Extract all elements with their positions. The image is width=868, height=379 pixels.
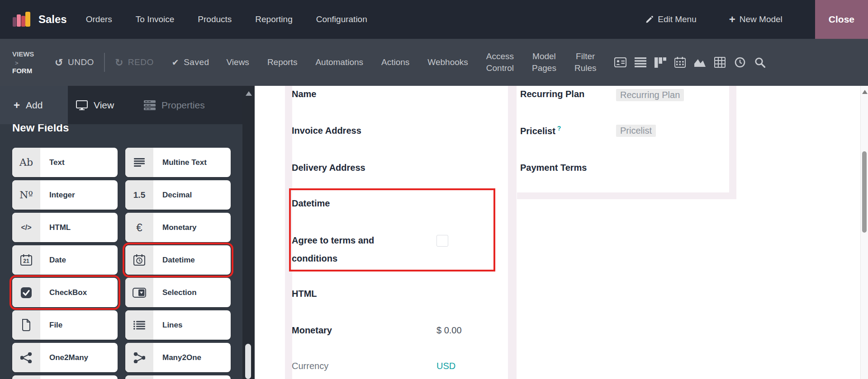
text-icon: Ab <box>12 148 40 177</box>
form-view-icon[interactable] <box>614 56 626 69</box>
tab-add[interactable]: + Add <box>0 86 68 124</box>
redo-button[interactable]: ↻ REDO <box>115 57 154 68</box>
app-name[interactable]: Sales <box>38 13 67 26</box>
field-row-html[interactable]: HTML <box>292 289 436 299</box>
field-tile-many2one[interactable]: Many2One <box>125 343 231 372</box>
tab-automations[interactable]: Automations <box>315 57 363 67</box>
tab-view-label: View <box>94 100 114 111</box>
scroll-up-arrow-icon[interactable] <box>246 91 252 96</box>
top-navigation: Orders To Invoice Products Reporting Con… <box>86 14 367 24</box>
saved-label: Saved <box>184 57 209 67</box>
search-view-icon[interactable] <box>754 56 766 69</box>
field-row-agree-terms[interactable]: Agree to terms and conditions <box>292 231 448 267</box>
tab-webhooks[interactable]: Webhooks <box>427 57 468 67</box>
help-tooltip-icon[interactable]: ? <box>557 125 561 132</box>
field-tile-one2many[interactable]: One2Many <box>12 343 118 372</box>
nav-products[interactable]: Products <box>198 14 232 24</box>
nav-to-invoice[interactable]: To Invoice <box>136 14 175 24</box>
tab-view[interactable]: View <box>76 86 114 124</box>
view-type-switcher <box>614 56 766 69</box>
plus-icon: + <box>14 99 20 112</box>
field-tile-datetime[interactable]: Datetime <box>125 245 231 275</box>
nav-configuration[interactable]: Configuration <box>316 14 367 24</box>
field-tile-integer[interactable]: Nº Integer <box>12 180 118 210</box>
field-row-invoice-address[interactable]: Invoice Address <box>292 126 436 136</box>
tab-actions[interactable]: Actions <box>381 57 409 67</box>
field-row-currency[interactable]: Currency USD <box>292 361 455 371</box>
field-tile-checkbox[interactable]: CheckBox <box>12 278 118 307</box>
monetary-value: $ 0.00 <box>436 325 462 336</box>
plus-icon: + <box>729 13 735 26</box>
agree-terms-checkbox[interactable] <box>436 235 448 247</box>
nav-reporting[interactable]: Reporting <box>255 14 292 24</box>
field-row-name[interactable]: Name <box>292 89 436 99</box>
breadcrumb-views[interactable]: VIEWS <box>12 50 34 58</box>
pivot-view-icon[interactable] <box>714 56 726 69</box>
canvas-scroll-thumb[interactable] <box>862 151 867 233</box>
datetime-icon <box>125 245 153 275</box>
field-tile-partial[interactable] <box>125 375 231 379</box>
column-divider <box>508 86 517 379</box>
many2one-icon <box>125 343 153 372</box>
integer-icon: Nº <box>12 180 40 210</box>
new-fields-panel: New Fields Ab Text Multine Text Nº Integ… <box>0 124 245 379</box>
canvas-scrollbar[interactable] <box>860 86 868 379</box>
tab-reports[interactable]: Reports <box>267 57 298 67</box>
field-row-monetary[interactable]: Monetary $ 0.00 <box>292 325 462 336</box>
tab-model-pages[interactable]: Model Pages <box>532 51 556 74</box>
monitor-icon <box>76 100 88 110</box>
recurring-plan-placeholder[interactable]: Recurring Plan <box>616 89 684 101</box>
selection-icon <box>125 278 153 307</box>
undo-label: UNDO <box>68 57 94 67</box>
tab-views[interactable]: Views <box>227 57 249 67</box>
new-model-button[interactable]: + New Model <box>729 13 783 26</box>
section-title: New Fields <box>12 124 245 142</box>
studio-toolbar: VIEWS > FORM ↺ UNDO ↻ REDO ✔ Saved Views… <box>0 39 868 86</box>
toolbar-divider <box>104 53 105 72</box>
field-tile-date[interactable]: 21 Date <box>12 245 118 275</box>
sidebar-scroll-thumb[interactable] <box>245 344 251 379</box>
field-tile-selection[interactable]: Selection <box>125 278 231 307</box>
field-icon <box>125 375 153 379</box>
nav-orders[interactable]: Orders <box>86 14 112 24</box>
field-tile-partial[interactable] <box>12 375 118 379</box>
svg-text:21: 21 <box>23 258 29 264</box>
breadcrumb: VIEWS > FORM <box>12 50 52 75</box>
field-tile-multiline-text[interactable]: Multine Text <box>125 148 231 177</box>
form-editor-canvas: Name Invoice Address Delivery Address Da… <box>255 86 868 379</box>
checkbox-icon <box>12 278 40 307</box>
list-view-icon[interactable] <box>634 56 646 69</box>
field-row-payment-terms[interactable]: Payment Terms <box>520 163 616 173</box>
redo-icon: ↻ <box>115 57 123 68</box>
field-row-datetime[interactable]: Datetime <box>292 198 436 209</box>
tab-properties[interactable]: Properties <box>144 86 205 124</box>
tab-filter-rules[interactable]: Filter Rules <box>574 51 597 74</box>
edit-menu-button[interactable]: Edit Menu <box>645 14 697 24</box>
field-tile-monetary[interactable]: € Monetary <box>125 213 231 242</box>
sidebar-scrollbar[interactable] <box>242 86 255 379</box>
scroll-up-arrow-icon[interactable] <box>862 90 868 94</box>
field-row-recurring-plan[interactable]: Recurring Plan Recurring Plan <box>520 89 684 101</box>
calendar-view-icon[interactable] <box>674 56 686 69</box>
field-tile-file[interactable]: File <box>12 310 118 340</box>
field-tile-decimal[interactable]: 1.5 Decimal <box>125 180 231 210</box>
currency-value-link[interactable]: USD <box>436 361 455 371</box>
field-tile-grid: Ab Text Multine Text Nº Integer 1.5 Deci… <box>0 148 245 379</box>
field-row-delivery-address[interactable]: Delivery Address <box>292 163 436 173</box>
field-tile-html[interactable]: </> HTML <box>12 213 118 242</box>
field-tile-lines[interactable]: Lines <box>125 310 231 340</box>
tab-access-control[interactable]: Access Control <box>486 51 514 74</box>
pricelist-placeholder[interactable]: Pricelist <box>616 125 656 137</box>
kanban-view-icon[interactable] <box>654 56 666 69</box>
field-row-pricelist[interactable]: Pricelist? Pricelist <box>520 125 656 137</box>
activity-view-icon[interactable] <box>734 56 746 69</box>
pencil-icon <box>645 15 654 23</box>
check-icon: ✔ <box>172 57 179 67</box>
file-icon <box>12 310 40 340</box>
graph-view-icon[interactable] <box>694 56 706 69</box>
redo-label: REDO <box>128 57 154 67</box>
field-tile-text[interactable]: Ab Text <box>12 148 118 177</box>
undo-button[interactable]: ↺ UNDO <box>55 57 94 68</box>
close-button[interactable]: Close <box>815 0 868 39</box>
date-icon: 21 <box>12 245 40 275</box>
